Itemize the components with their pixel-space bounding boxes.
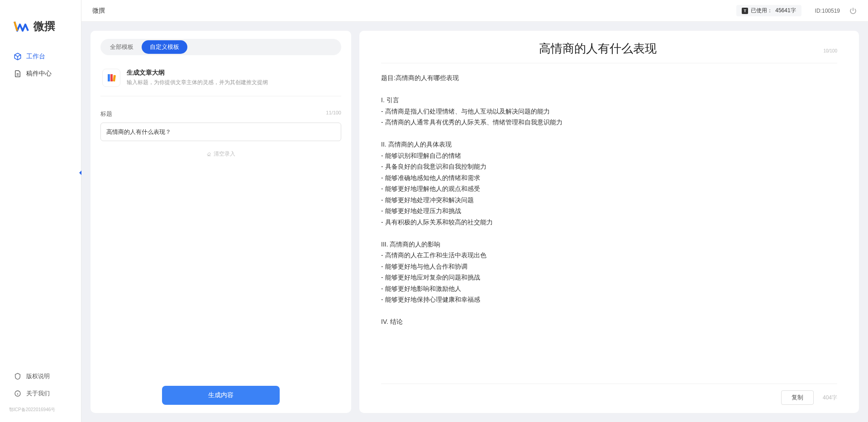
svg-rect-3 [113, 75, 116, 82]
brand-name: 微撰 [33, 19, 55, 33]
template-desc: 输入标题，为你提供文章主体的灵感，并为其创建推文提纲 [127, 79, 339, 86]
brand-logo-icon [14, 18, 30, 34]
tab-custom-templates[interactable]: 自定义模板 [142, 40, 187, 54]
nav-label: 版权说明 [26, 372, 50, 380]
nav-label: 关于我们 [26, 389, 50, 398]
clear-input-button[interactable]: 清空录入 [100, 150, 341, 158]
svg-rect-2 [110, 74, 113, 81]
output-panel: 高情商的人有什么表现 10/100 题目:高情商的人有哪些表现 I. 引言 - … [359, 31, 859, 413]
output-word-count: 404字 [823, 394, 837, 402]
usage-label: 已使用： [751, 7, 773, 14]
icp-footer: 鄂ICP备2022016946号 [0, 402, 81, 413]
svg-rect-1 [108, 74, 110, 81]
copy-button[interactable]: 复制 [781, 390, 814, 405]
output-footer: 复制 404字 [381, 384, 837, 405]
nav-item-copyright[interactable]: 版权说明 [9, 368, 72, 385]
main-nav: 工作台 稿件中心 [0, 48, 81, 368]
title-char-count: 11/100 [326, 110, 341, 118]
nav-item-workbench[interactable]: 工作台 [9, 48, 72, 65]
nav-label: 稿件中心 [26, 70, 52, 78]
eraser-icon [206, 152, 212, 157]
nav-item-about[interactable]: 关于我们 [9, 385, 72, 402]
books-icon [102, 69, 120, 87]
input-panel: 全部模板 自定义模板 生成文章大纲 输入标题，为你提供文章主体的灵感，并为其创建… [91, 31, 351, 413]
output-title: 高情商的人有什么表现 [381, 41, 814, 57]
output-title-count: 10/100 [823, 48, 837, 53]
file-icon [14, 70, 22, 78]
usage-value: 45641字 [775, 7, 796, 14]
output-body[interactable]: 题目:高情商的人有哪些表现 I. 引言 - 高情商是指人们处理情绪、与他人互动以… [381, 72, 837, 326]
topbar: 微撰 T 已使用： 45641字 ID:100519 [81, 0, 868, 22]
sidebar: 微撰 工作台 稿件中心 版权说明 [0, 0, 81, 422]
sidebar-bottom: 版权说明 关于我们 [0, 368, 81, 402]
shield-icon [14, 372, 22, 380]
sidebar-collapse-handle[interactable] [77, 168, 84, 177]
title-input[interactable] [100, 123, 341, 141]
template-title: 生成文章大纲 [127, 69, 339, 77]
cube-icon [14, 52, 22, 61]
tab-all-templates[interactable]: 全部模板 [102, 40, 142, 54]
page-title: 微撰 [92, 7, 105, 15]
usage-t-icon: T [742, 8, 748, 14]
power-icon[interactable] [849, 7, 857, 15]
nav-label: 工作台 [26, 52, 45, 61]
clear-label: 清空录入 [214, 150, 235, 158]
generate-button[interactable]: 生成内容 [162, 386, 280, 405]
brand-logo: 微撰 [0, 9, 81, 48]
usage-badge: T 已使用： 45641字 [736, 5, 801, 16]
template-card: 生成文章大纲 输入标题，为你提供文章主体的灵感，并为其创建推文提纲 [100, 60, 341, 96]
template-tabs: 全部模板 自定义模板 [100, 39, 341, 55]
title-field-label: 标题 [100, 110, 112, 118]
info-icon [14, 389, 22, 398]
nav-item-drafts[interactable]: 稿件中心 [9, 65, 72, 82]
user-id: ID:100519 [815, 8, 840, 14]
